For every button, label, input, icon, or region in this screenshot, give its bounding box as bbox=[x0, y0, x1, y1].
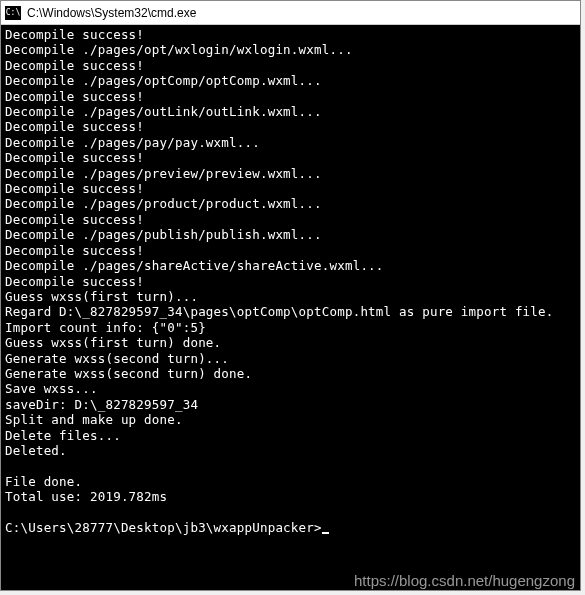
terminal-output[interactable]: Decompile success!Decompile ./pages/opt/… bbox=[1, 25, 580, 590]
terminal-line: Import count info: {"0":5} bbox=[5, 320, 576, 335]
terminal-line: Decompile ./pages/preview/preview.wxml..… bbox=[5, 166, 576, 181]
terminal-line: Decompile success! bbox=[5, 119, 576, 134]
cmd-window: C:\ C:\Windows\System32\cmd.exe Decompil… bbox=[0, 0, 581, 591]
terminal-line: Decompile success! bbox=[5, 27, 576, 42]
window-title: C:\Windows\System32\cmd.exe bbox=[27, 6, 196, 20]
terminal-line: Decompile success! bbox=[5, 150, 576, 165]
terminal-line: Decompile success! bbox=[5, 212, 576, 227]
terminal-line: Decompile ./pages/pay/pay.wxml... bbox=[5, 135, 576, 150]
terminal-line: Decompile ./pages/optComp/optComp.wxml..… bbox=[5, 73, 576, 88]
terminal-line: Decompile success! bbox=[5, 89, 576, 104]
terminal-line: Decompile success! bbox=[5, 181, 576, 196]
terminal-line: Split and make up done. bbox=[5, 412, 576, 427]
terminal-line: Guess wxss(first turn) done. bbox=[5, 335, 576, 350]
cmd-icon: C:\ bbox=[5, 6, 21, 20]
terminal-line bbox=[5, 458, 576, 473]
terminal-line: Decompile ./pages/opt/wxlogin/wxlogin.wx… bbox=[5, 42, 576, 57]
terminal-line: Decompile success! bbox=[5, 58, 576, 73]
prompt-text: C:\Users\28777\Desktop\jb3\wxappUnpacker… bbox=[5, 520, 322, 535]
terminal-line: Delete files... bbox=[5, 428, 576, 443]
terminal-line: Decompile ./pages/product/product.wxml..… bbox=[5, 196, 576, 211]
terminal-line bbox=[5, 505, 576, 520]
terminal-line: Generate wxss(second turn) done. bbox=[5, 366, 576, 381]
terminal-line: Decompile ./pages/publish/publish.wxml..… bbox=[5, 227, 576, 242]
cursor bbox=[322, 532, 329, 534]
terminal-line: Generate wxss(second turn)... bbox=[5, 351, 576, 366]
terminal-line: Total use: 2019.782ms bbox=[5, 489, 576, 504]
terminal-line: Save wxss... bbox=[5, 381, 576, 396]
terminal-line: Decompile ./pages/outLink/outLink.wxml..… bbox=[5, 104, 576, 119]
titlebar[interactable]: C:\ C:\Windows\System32\cmd.exe bbox=[1, 1, 580, 25]
terminal-line: C:\Users\28777\Desktop\jb3\wxappUnpacker… bbox=[5, 520, 576, 535]
terminal-line: Decompile success! bbox=[5, 243, 576, 258]
terminal-line: File done. bbox=[5, 474, 576, 489]
terminal-line: Regard D:\_827829597_34\pages\optComp\op… bbox=[5, 304, 576, 319]
terminal-line: Decompile ./pages/shareActive/shareActiv… bbox=[5, 258, 576, 273]
terminal-line: saveDir: D:\_827829597_34 bbox=[5, 397, 576, 412]
terminal-line: Deleted. bbox=[5, 443, 576, 458]
terminal-line: Guess wxss(first turn)... bbox=[5, 289, 576, 304]
terminal-line: Decompile success! bbox=[5, 274, 576, 289]
